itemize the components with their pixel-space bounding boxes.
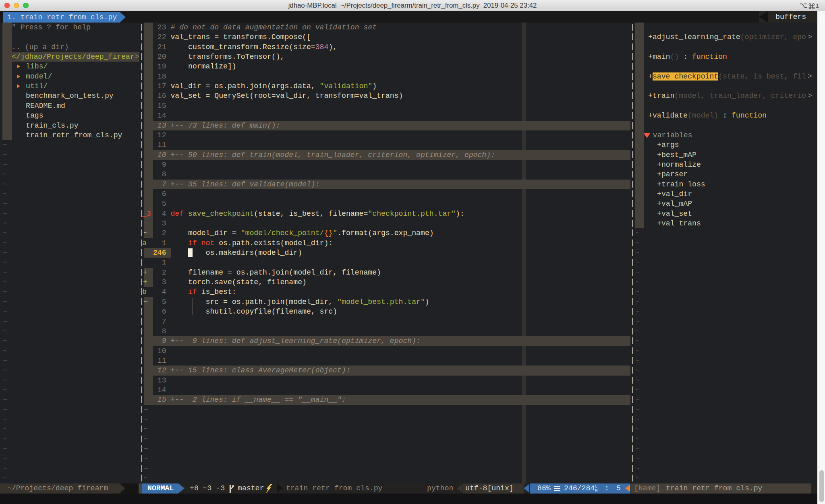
svg-text:1: 1 [816, 2, 819, 9]
